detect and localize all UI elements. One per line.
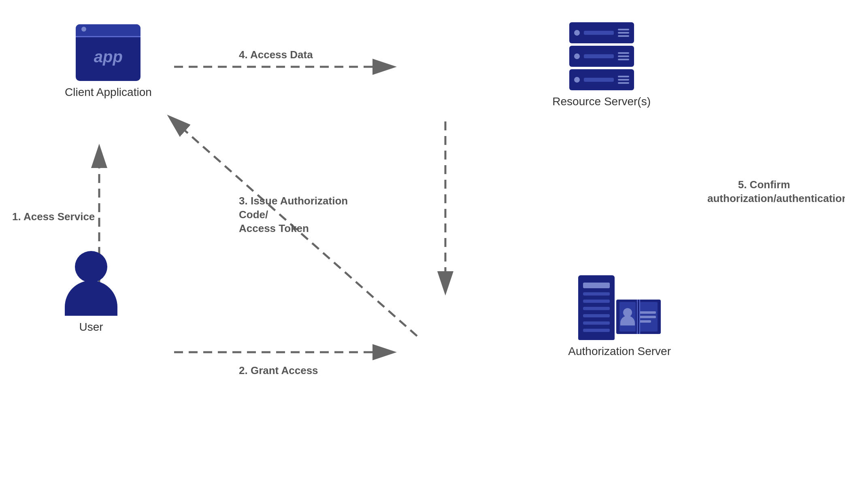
client-app-node: app Client Application	[65, 24, 152, 99]
client-app-icon: app	[76, 24, 140, 81]
auth-server-label: Authorization Server	[568, 345, 671, 358]
arrow5-label: 5. Confirmauthorization/authentication	[707, 178, 821, 206]
client-app-label: Client Application	[65, 86, 152, 99]
arrow3-label: 3. Issue Authorization Code/Access Token	[239, 194, 352, 235]
auth-server-icon	[578, 275, 661, 340]
arrow1-label: 1. Acess Service	[12, 211, 95, 223]
resource-server-node: Resource Server(s)	[552, 22, 651, 108]
arrow4-label: 4. Access Data	[239, 49, 313, 61]
user-label: User	[79, 321, 103, 334]
auth-server-node: Authorization Server	[568, 275, 671, 358]
user-icon	[65, 251, 117, 316]
resource-server-icon	[569, 22, 634, 90]
user-node: User	[65, 251, 117, 334]
arrow2-label: 2. Grant Access	[239, 364, 318, 377]
resource-server-label: Resource Server(s)	[552, 95, 651, 108]
client-app-icon-text: app	[94, 48, 123, 66]
diagram-container: app Client Application	[0, 0, 845, 504]
